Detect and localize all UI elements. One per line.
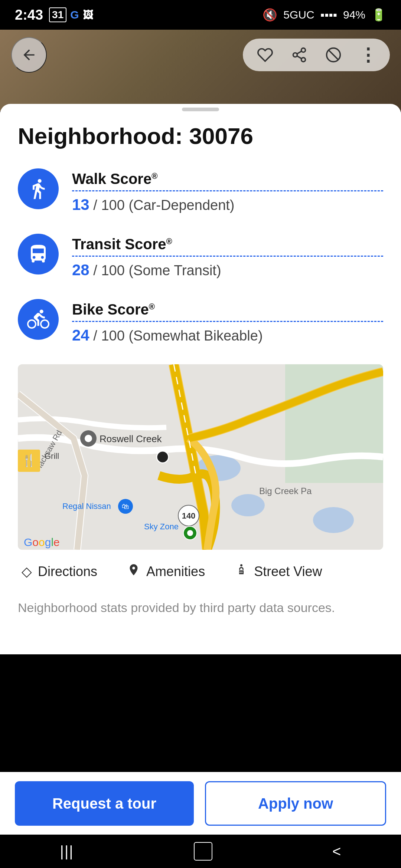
transit-score-info: Transit Score® 28 / 100 (Some Transit) <box>72 234 383 279</box>
amenities-button[interactable]: Amenities <box>127 563 205 580</box>
swipe-handle <box>182 108 219 111</box>
bike-score-info: Bike Score® 24 / 100 (Somewhat Bikeable) <box>72 299 383 344</box>
request-tour-button[interactable]: Request a tour <box>15 781 194 826</box>
directions-icon: ◇ <box>22 564 32 579</box>
transit-score-divider <box>72 256 383 257</box>
back-button[interactable] <box>11 37 47 73</box>
svg-point-17 <box>157 451 169 463</box>
walk-score-label: Walk Score® <box>72 171 383 187</box>
map-actions: ◇ Directions Amenities Street <box>18 563 383 580</box>
bike-score-divider <box>72 321 383 322</box>
cta-bar: Request a tour Apply now <box>0 772 401 835</box>
network-icon: 5GUC <box>283 9 314 21</box>
photos-icon: 🖼 <box>83 9 93 21</box>
calendar-icon: 31 <box>49 7 66 22</box>
svg-text:🍴: 🍴 <box>22 453 36 467</box>
svg-text:Grill: Grill <box>45 451 59 461</box>
nav-bar: ⋮ <box>0 30 401 80</box>
walk-score-icon-circle <box>18 168 59 209</box>
svg-text:🛍: 🛍 <box>122 502 129 510</box>
bus-icon <box>27 243 49 265</box>
home-button[interactable] <box>194 842 212 861</box>
svg-text:140: 140 <box>182 511 196 520</box>
back-nav-button[interactable]: < <box>332 843 341 860</box>
directions-button[interactable]: ◇ Directions <box>22 564 97 579</box>
google-icon: G <box>70 9 79 21</box>
walk-score-divider <box>72 190 383 191</box>
svg-point-15 <box>85 435 92 442</box>
map-container[interactable]: Hacksaw Rd Roswell Creek Regal Nissan 🛍 <box>18 364 383 550</box>
back-arrow-icon <box>21 47 37 63</box>
bike-score-icon-circle <box>18 299 59 340</box>
bike-score-item: Bike Score® 24 / 100 (Somewhat Bikeable) <box>18 299 383 344</box>
swipe-handle-container <box>0 104 401 115</box>
svg-point-25 <box>187 530 193 536</box>
main-content: Neighborhood: 30076 Walk Score® 13 / 100 <box>0 115 401 654</box>
bottom-nav: ||| < <box>0 835 401 868</box>
walk-score-info: Walk Score® 13 / 100 (Car-Dependent) <box>72 168 383 214</box>
svg-line-3 <box>297 56 302 59</box>
walk-score-value: 13 / 100 (Car-Dependent) <box>72 196 383 214</box>
mute-icon: 🔇 <box>263 8 277 22</box>
svg-text:Google: Google <box>24 536 60 548</box>
svg-text:Big Creek Pa: Big Creek Pa <box>259 486 312 496</box>
transit-score-value: 28 / 100 (Some Transit) <box>72 261 383 279</box>
bike-score-label: Bike Score® <box>72 301 383 318</box>
svg-line-4 <box>297 51 302 54</box>
more-options-button[interactable]: ⋮ <box>359 46 376 64</box>
svg-text:Sky Zone: Sky Zone <box>144 522 179 531</box>
bike-icon <box>27 308 49 331</box>
street-view-button[interactable]: Street View <box>235 563 322 580</box>
transit-score-item: Transit Score® 28 / 100 (Some Transit) <box>18 234 383 279</box>
apply-now-button[interactable]: Apply now <box>205 781 386 826</box>
favorite-button[interactable] <box>256 46 274 64</box>
status-bar: 2:43 31 G 🖼 🔇 5GUC ▪▪▪▪ 94% 🔋 <box>0 0 401 30</box>
svg-text:Regal Nissan: Regal Nissan <box>62 502 111 511</box>
recent-apps-button[interactable]: ||| <box>60 843 74 860</box>
battery-label: 94% <box>343 9 365 21</box>
street-view-icon <box>235 563 248 580</box>
signal-bars-icon: ▪▪▪▪ <box>320 8 337 22</box>
block-button[interactable] <box>325 46 342 64</box>
svg-point-10 <box>231 494 265 516</box>
svg-point-0 <box>301 48 306 52</box>
svg-point-11 <box>313 507 354 533</box>
svg-point-1 <box>293 53 297 57</box>
status-time: 2:43 <box>15 7 43 23</box>
amenities-icon <box>127 563 140 580</box>
walk-icon <box>27 178 49 200</box>
transit-score-icon-circle <box>18 234 59 274</box>
svg-line-6 <box>329 50 338 60</box>
disclaimer-text: Neighborhood stats provided by third par… <box>18 598 383 617</box>
photo-header: ⋮ <box>0 30 401 111</box>
transit-score-label: Transit Score® <box>72 236 383 253</box>
battery-icon: 🔋 <box>371 8 386 22</box>
neighborhood-title: Neighborhood: 30076 <box>18 122 383 150</box>
map-svg: Hacksaw Rd Roswell Creek Regal Nissan 🛍 <box>18 364 383 550</box>
bike-score-value: 24 / 100 (Somewhat Bikeable) <box>72 326 383 344</box>
walk-score-item: Walk Score® 13 / 100 (Car-Dependent) <box>18 168 383 214</box>
svg-point-31 <box>240 564 242 566</box>
share-button[interactable] <box>290 46 308 64</box>
svg-text:Roswell Creek: Roswell Creek <box>100 433 162 444</box>
action-bar: ⋮ <box>243 39 390 71</box>
content-card: Neighborhood: 30076 Walk Score® 13 / 100 <box>0 104 401 654</box>
svg-point-2 <box>301 57 306 62</box>
